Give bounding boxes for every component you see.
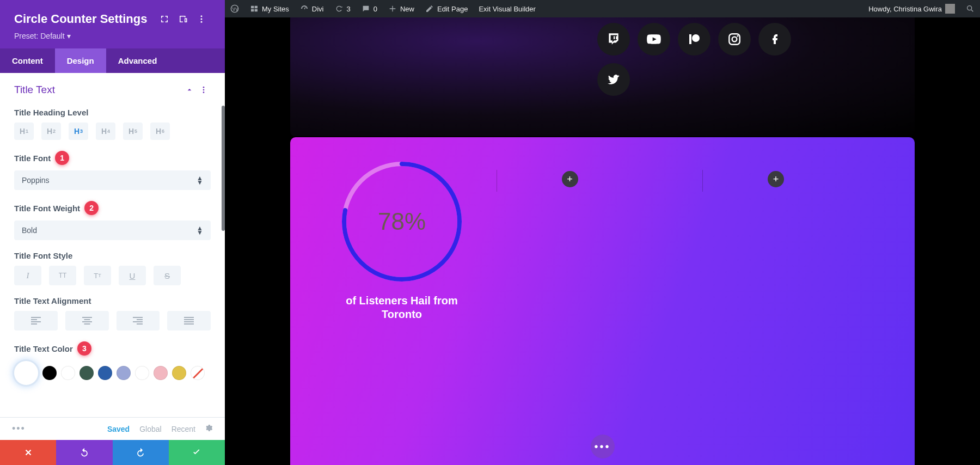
bottom-link-saved[interactable]: Saved [107,425,130,433]
redo-button[interactable] [113,440,169,465]
collapse-icon[interactable] [182,83,197,97]
badge-3: 3 [77,341,91,356]
svg-rect-21 [184,323,194,325]
heading-h2[interactable]: H2 [41,123,61,140]
cancel-button[interactable] [0,440,56,465]
section-more-icon[interactable] [197,83,211,97]
wp-site[interactable]: Divi [295,0,329,17]
social-facebook[interactable] [758,23,791,56]
social-twitch[interactable] [597,23,630,56]
align-center[interactable] [65,311,109,331]
style-underline[interactable]: U [119,266,146,285]
badge-1: 1 [55,151,69,165]
tab-advanced[interactable]: Advanced [106,48,169,73]
expand-icon[interactable] [155,10,174,28]
swatch-none[interactable] [191,366,205,380]
more-dots-icon[interactable]: ••• [12,423,26,435]
wp-edit-page[interactable]: Edit Page [420,0,473,17]
tab-content[interactable]: Content [0,48,55,73]
swatch-current[interactable] [14,361,38,385]
add-module-1[interactable]: + [562,171,578,187]
option-title-color: Title Text Color 3 [0,336,225,390]
more-icon[interactable] [192,10,211,28]
gear-icon[interactable] [204,424,213,434]
builder-fab[interactable]: ••• [591,435,615,458]
social-twitter[interactable] [597,63,630,96]
swatch-pink[interactable] [154,366,168,380]
heading-h3[interactable]: H3 [69,123,88,140]
heading-h1[interactable]: H1 [14,123,34,140]
swatch-white[interactable] [61,366,75,380]
wp-edit-label: Edit Page [437,5,468,13]
svg-rect-13 [84,323,90,325]
wp-new[interactable]: New [383,0,420,17]
align-left[interactable] [14,311,58,331]
heading-level-label: Title Heading Level [14,108,211,117]
svg-point-4 [203,89,205,91]
svg-rect-8 [31,321,41,322]
scrollbar[interactable] [222,106,225,231]
svg-point-25 [692,34,700,42]
title-font-weight-label: Title Font Weight [14,204,80,213]
preset-dropdown[interactable]: Preset: Default ▾ [14,32,71,40]
title-font-weight-select[interactable]: Bold ▲▼ [14,221,211,240]
swatch-green[interactable] [79,366,94,380]
social-patreon[interactable] [678,23,710,56]
bottom-link-recent[interactable]: Recent [171,425,195,433]
svg-point-0 [201,15,203,17]
style-italic[interactable]: I [14,266,41,285]
svg-rect-10 [82,317,92,318]
title-color-label: Title Text Color [14,344,73,353]
heading-h4[interactable]: H4 [96,123,115,140]
wordpress-icon [230,4,239,13]
avatar [945,4,955,14]
swatch-black[interactable] [42,366,57,380]
heading-h5[interactable]: H5 [123,123,143,140]
style-uppercase[interactable]: TT [49,266,76,285]
heading-h6[interactable]: H6 [150,123,170,140]
save-button[interactable] [169,440,225,465]
circle-counter-title: of Listeners Hail from Toronto [334,294,470,321]
settings-sidebar: Circle Counter Settings Preset: Default … [0,0,225,465]
svg-rect-14 [133,317,143,318]
wp-exit-builder[interactable]: Exit Visual Builder [473,0,541,17]
wp-comments[interactable]: 0 [356,0,383,17]
bottom-link-global[interactable]: Global [139,425,161,433]
color-swatch-row [14,361,211,385]
wp-admin-bar: My Sites Divi 3 0 New Edit Page Exit Vis… [225,0,980,17]
svg-rect-12 [82,321,92,322]
wp-howdy[interactable]: Howdy, Christina Gwira [863,0,960,17]
social-youtube[interactable] [638,23,670,56]
badge-2: 2 [84,201,99,215]
wp-search[interactable] [960,0,980,17]
align-right[interactable] [117,311,160,331]
style-strikethrough[interactable]: S [154,266,181,285]
swatch-gold[interactable] [172,366,186,380]
add-module-2[interactable]: + [768,171,784,187]
social-instagram[interactable] [718,23,751,56]
svg-rect-9 [31,323,37,325]
swatch-lavender[interactable] [117,366,131,380]
style-smallcaps[interactable]: TT [84,266,111,285]
option-title-font: Title Font 1 Poppins ▲▼ [0,145,225,195]
dashboard-icon [300,4,309,13]
search-icon [966,4,975,13]
updates-icon [335,4,344,13]
circle-counter-module[interactable]: 78% of Listeners Hail from Toronto [334,159,470,321]
wp-exit-label: Exit Visual Builder [479,5,536,13]
wp-my-sites[interactable]: My Sites [244,0,295,17]
wp-logo[interactable] [225,0,244,17]
title-font-select[interactable]: Poppins ▲▼ [14,170,211,190]
select-caret-icon: ▲▼ [197,226,203,235]
responsive-icon[interactable] [174,10,192,28]
plus-icon [388,4,397,13]
alignment-row [14,311,211,331]
swatch-white2[interactable] [135,366,149,380]
social-row-2 [597,63,630,96]
align-justify[interactable] [167,311,211,331]
swatch-blue[interactable] [98,366,112,380]
undo-button[interactable] [56,440,112,465]
wp-updates[interactable]: 3 [329,0,356,17]
font-style-row: I TT TT U S [14,266,211,285]
tab-design[interactable]: Design [55,48,106,73]
